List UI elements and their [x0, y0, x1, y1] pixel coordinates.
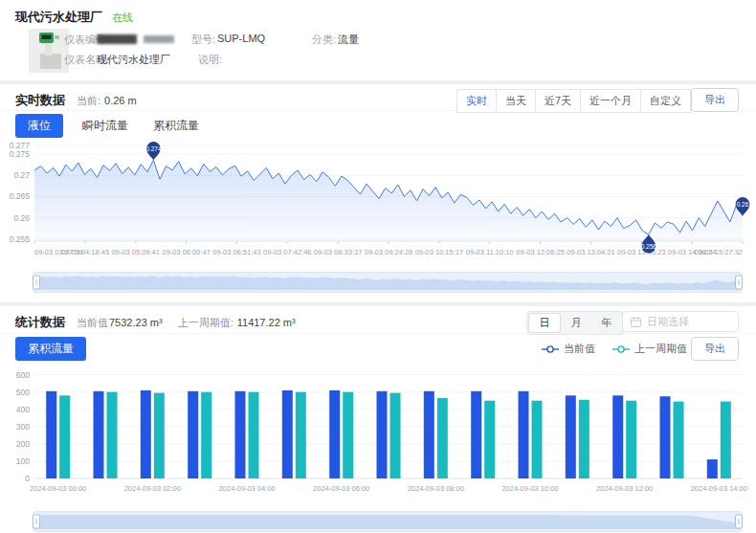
bar-series-0-group-10: [519, 391, 529, 478]
svg-text:200: 200: [16, 439, 30, 449]
bar-series-0-group-7: [377, 391, 388, 478]
period-segmented-control: 日月年: [526, 311, 624, 335]
bar-series-0-group-6: [329, 390, 340, 478]
period-button-2[interactable]: 年: [591, 313, 622, 333]
legend-item-0[interactable]: 当前值: [542, 342, 595, 356]
bar-chart-datazoom[interactable]: [33, 511, 743, 532]
stats-tabs: 累积流量: [15, 337, 105, 361]
bar-series-0-group-3: [188, 391, 198, 478]
stats-prev-value: 11417.22 m³: [237, 317, 296, 328]
bar-series-1-group-8: [437, 398, 448, 478]
redacted-meter-number: [97, 34, 137, 44]
svg-text:09-03 12:06:25: 09-03 12:06:25: [516, 248, 564, 256]
bar-series-1-group-10: [532, 401, 543, 478]
realtime-tab-2[interactable]: 累积流量: [153, 114, 199, 138]
bar-series-1-group-12: [626, 401, 636, 478]
svg-text:0.26: 0.26: [737, 201, 749, 208]
line-chart-datazoom[interactable]: [33, 272, 743, 293]
bar-series-0-group-0: [46, 391, 56, 478]
status-badge: 在线: [112, 11, 133, 25]
bar-series-0-group-9: [471, 391, 481, 478]
svg-text:2024-09-03 12:00: 2024-09-03 12:00: [596, 484, 653, 493]
legend-label: 上一周期值: [634, 342, 687, 356]
bar-series-1-group-14: [721, 402, 731, 478]
range-button-4[interactable]: 自定义: [640, 89, 691, 113]
realtime-tab-0[interactable]: 液位: [15, 114, 63, 138]
chart-legend: 当前值上一周期值: [542, 342, 687, 356]
svg-text:0.275: 0.275: [10, 149, 31, 159]
realtime-data-card: 实时数据 当前: 0.26 m 实时当天近7天近一个月自定义 导出 液位瞬时流量…: [0, 84, 756, 302]
svg-text:09-03 09:24:28: 09-03 09:24:28: [365, 248, 412, 256]
tab-cumulative-flow[interactable]: 累积流量: [15, 337, 86, 361]
range-button-1[interactable]: 当天: [496, 89, 536, 113]
svg-text:2024-09-03 04:00: 2024-09-03 04:00: [218, 484, 275, 493]
svg-text:500: 500: [16, 388, 30, 397]
bar-series-1-group-4: [249, 392, 259, 478]
legend-item-1[interactable]: 上一周期值: [612, 342, 687, 356]
section-title-realtime: 实时数据: [15, 92, 65, 109]
svg-text:0.26: 0.26: [13, 213, 30, 223]
range-button-0[interactable]: 实时: [456, 89, 497, 113]
meter-name-value: 现代污水处理厂: [97, 53, 170, 67]
category-value: 流量: [338, 33, 359, 47]
stats-header-divider: [0, 333, 756, 334]
bar-series-1-group-1: [107, 392, 118, 478]
bar-series-1-group-2: [154, 393, 165, 478]
bar-series-0-group-11: [566, 395, 576, 478]
time-range-group: 实时当天近7天近一个月自定义: [457, 89, 691, 113]
datazoom-handle-left[interactable]: [33, 515, 40, 528]
export-button-realtime[interactable]: 导出: [691, 88, 739, 112]
bar-series-1-group-5: [296, 392, 306, 478]
bar-series-0-group-4: [235, 391, 246, 478]
flow-bar-chart: 01002003004005006002024-09-03 00:002024-…: [6, 362, 752, 505]
svg-text:400: 400: [16, 405, 30, 414]
range-button-2[interactable]: 近7天: [535, 89, 581, 113]
legend-marker-icon: [542, 344, 559, 354]
svg-text:09-03 06:51:43: 09-03 06:51:43: [212, 248, 260, 256]
period-button-1[interactable]: 月: [561, 313, 591, 333]
bar-series-0-group-13: [660, 396, 671, 478]
level-area-fill: [34, 160, 743, 241]
level-line-chart: 0.2550.260.2650.270.2750.27709-03 03:27:…: [6, 138, 752, 272]
bar-series-0-group-2: [141, 390, 151, 478]
svg-text:09-03 08:33:37: 09-03 08:33:37: [314, 248, 362, 256]
datazoom-handle-right[interactable]: [736, 515, 743, 528]
svg-text:2024-09-03 08:00: 2024-09-03 08:00: [408, 484, 464, 493]
period-button-0[interactable]: 日: [528, 313, 561, 333]
svg-text:2024-09-03 14:00: 2024-09-03 14:00: [691, 484, 747, 493]
bar-series-1-group-3: [201, 392, 211, 478]
svg-text:2024-09-03 00:00: 2024-09-03 00:00: [30, 484, 86, 493]
device-photo: [29, 29, 69, 73]
bar-series-1-group-9: [484, 401, 495, 478]
bar-series-0-group-5: [282, 390, 293, 478]
realtime-header: 实时数据 当前: 0.26 m: [15, 92, 152, 109]
svg-text:09-03 13:04:21: 09-03 13:04:21: [567, 248, 614, 256]
datazoom-handle-right[interactable]: [736, 276, 743, 289]
bar-series-1-group-11: [579, 400, 589, 478]
svg-text:0.255: 0.255: [10, 234, 31, 244]
svg-text:09-03 11:10:10: 09-03 11:10:10: [466, 248, 514, 256]
export-button-stats[interactable]: 导出: [691, 337, 739, 361]
stats-current-label: 当前值: [77, 316, 108, 330]
realtime-tab-1[interactable]: 瞬时流量: [82, 114, 128, 138]
device-photo-image: [29, 29, 69, 73]
svg-text:600: 600: [16, 370, 30, 380]
current-label: 当前:: [77, 94, 100, 108]
stats-current-value: 7532.23 m³: [109, 317, 163, 328]
svg-text:0.256: 0.256: [641, 243, 657, 250]
legend-label: 当前值: [564, 342, 595, 356]
realtime-tabs: 液位瞬时流量累积流量: [15, 114, 224, 138]
category-label: 分类:: [312, 33, 336, 47]
range-button-3[interactable]: 近一个月: [580, 89, 641, 113]
stats-prev-label: 上一周期值:: [178, 316, 233, 330]
svg-text:09-03 05:09:41: 09-03 05:09:41: [111, 248, 159, 256]
svg-text:2024-09-03 06:00: 2024-09-03 06:00: [313, 484, 369, 493]
datazoom-preview-area: [34, 515, 741, 529]
calendar-icon: [631, 317, 641, 327]
svg-text:09-03 10:15:17: 09-03 10:15:17: [415, 248, 463, 256]
date-picker[interactable]: 日期选择: [622, 311, 739, 332]
datazoom-handle-left[interactable]: [33, 276, 40, 289]
device-header-card: 现代污水处理厂 在线 仪表编号: 型号: SUP-LMQ 分类: 流量 仪表名称…: [0, 0, 756, 80]
svg-text:2024-09-03 02:00: 2024-09-03 02:00: [124, 484, 181, 493]
bar-series-0-group-14: [707, 459, 718, 478]
